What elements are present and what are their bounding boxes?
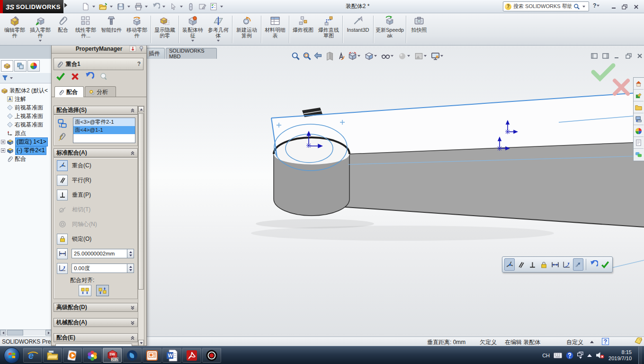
quick-coincident-button[interactable] <box>504 258 515 271</box>
quick-lock-button[interactable] <box>538 258 549 271</box>
pushpin-preview-icon[interactable] <box>99 72 107 81</box>
start-button[interactable] <box>4 347 20 364</box>
mate-selections-list[interactable]: 面<3>@零件2-1 面<4>@1-1 <box>73 118 135 143</box>
tab-solidworks-mbd[interactable]: SOLIDWORKS MBD <box>166 48 217 59</box>
standard-mates-header[interactable]: 标准配合(A) <box>54 148 138 157</box>
scroll-down-icon[interactable] <box>138 340 144 346</box>
anti-aligned-button[interactable] <box>96 285 109 296</box>
taskbar-screen-recorder[interactable] <box>202 348 221 363</box>
show-hidden-icons[interactable] <box>587 354 592 357</box>
menu-expand-arrow[interactable] <box>64 3 67 8</box>
window-switch-icon[interactable] <box>577 352 583 359</box>
tree-item-annotations[interactable]: 注解 <box>7 95 26 103</box>
ribbon-smart-fasteners[interactable]: 智能扣件 <box>98 15 124 34</box>
ribbon-assembly-features[interactable]: 装配体特征 <box>180 15 206 43</box>
distance-spinner[interactable] <box>127 249 134 258</box>
taskpane-appearances-icon[interactable] <box>634 125 644 137</box>
keyboard-icon[interactable] <box>554 353 562 358</box>
distance-input[interactable]: 25.00000002mm <box>72 249 127 258</box>
ribbon-mate[interactable]: 配合 <box>53 15 73 34</box>
tree-filter-bar[interactable] <box>0 73 52 83</box>
coincident-icon[interactable] <box>57 160 68 171</box>
volume-muted-icon[interactable] <box>596 352 605 359</box>
tree-item-part1[interactable]: (固定) 1<1> <box>1 137 48 146</box>
cancel-x-icon[interactable] <box>71 72 80 81</box>
ribbon-show-hidden[interactable]: 显示隐藏的零 <box>152 15 178 39</box>
angle-icon[interactable] <box>57 263 68 274</box>
ribbon-move-component[interactable]: 移动零部件 <box>124 15 150 39</box>
status-help-icon[interactable]: ? <box>602 338 609 345</box>
undo-icon[interactable] <box>151 1 161 12</box>
scroll-thumb[interactable] <box>138 113 144 290</box>
tag-icon[interactable] <box>635 337 643 345</box>
angle-spinner[interactable] <box>127 264 134 273</box>
tree-item-part2[interactable]: (-) 零件2<1 <box>1 146 46 155</box>
pane-split2-icon[interactable] <box>601 52 610 60</box>
quick-distance-button[interactable] <box>550 258 561 271</box>
taskbar-internet-explorer[interactable]: e <box>23 348 42 363</box>
ribbon-insert-component[interactable]: 插入零部件 <box>27 15 53 43</box>
minimize-button[interactable] <box>609 2 618 11</box>
taskbar-word[interactable]: W <box>162 348 181 363</box>
distance-row[interactable]: 25.00000002mm <box>57 248 134 259</box>
show-desktop-button[interactable] <box>638 346 642 364</box>
rebuild-note-icon[interactable] <box>197 1 207 12</box>
section-view-icon[interactable] <box>325 51 335 61</box>
doc-close-icon[interactable] <box>635 52 644 60</box>
status-custom-dropdown[interactable]: 自定义 <box>566 338 583 346</box>
ribbon-instant3d[interactable]: Instant3D <box>344 15 372 34</box>
tab-addins[interactable]: 插件 <box>144 48 165 59</box>
ribbon-edit-component[interactable]: 编辑零部件 <box>2 15 27 39</box>
taskbar-video-player[interactable] <box>123 348 142 363</box>
quick-flip-alignment-button[interactable] <box>573 258 583 271</box>
pm-tab-analysis[interactable]: 分析 <box>85 86 116 97</box>
tree-item-origin[interactable]: 原点 <box>7 129 26 137</box>
cancel-x-icon[interactable] <box>615 81 628 94</box>
confirm-check-icon[interactable] <box>593 65 613 79</box>
hide-show-items-icon[interactable] <box>381 51 396 61</box>
ribbon-explode-line-sketch[interactable]: 爆炸直线草图 <box>316 15 341 39</box>
taskbar-photo-app[interactable] <box>83 348 102 363</box>
perpendicular-icon[interactable] <box>57 190 68 200</box>
advanced-mates-header[interactable]: 高级配合(D) <box>54 303 138 312</box>
doc-restore-icon[interactable] <box>624 52 633 60</box>
taskpane-resources-icon[interactable] <box>634 90 644 101</box>
ribbon-take-snapshot[interactable]: 拍快照 <box>407 15 431 34</box>
selection-item-selected[interactable]: 面<4>@1-1 <box>73 126 135 134</box>
taskpane-custom-properties-icon[interactable] <box>634 137 644 149</box>
mate-perpendicular-row[interactable]: 垂直(P) <box>57 189 91 200</box>
lock-icon[interactable] <box>57 234 68 245</box>
new-document-icon[interactable] <box>80 1 91 12</box>
quick-undo-button[interactable] <box>589 258 599 271</box>
view-settings-icon[interactable] <box>430 51 446 61</box>
quick-parallel-button[interactable] <box>516 258 526 271</box>
auto-show-icon[interactable] <box>129 46 136 52</box>
tree-item-root[interactable]: 装配体2 (默认< <box>1 86 48 95</box>
tree-item-front-plane[interactable]: 前视基准面 <box>7 103 43 112</box>
tree-item-right-plane[interactable]: 右视基准面 <box>7 120 43 129</box>
taskpane-file-explorer-icon[interactable] <box>634 113 644 125</box>
aligned-button[interactable] <box>79 285 91 296</box>
quick-accept-button[interactable] <box>600 258 610 271</box>
taskpane-home-icon[interactable] <box>634 78 644 90</box>
tray-clock[interactable]: 8:15 2019/7/10 <box>608 349 635 362</box>
doc-minimize-icon[interactable] <box>613 52 621 60</box>
restore-button[interactable] <box>620 2 629 11</box>
expand-icon[interactable] <box>1 148 5 153</box>
pin-icon[interactable] <box>138 46 144 52</box>
ribbon-reference-geometry[interactable]: 参考几何体 <box>206 15 231 43</box>
scroll-thumb[interactable] <box>7 330 23 336</box>
previous-view-icon[interactable] <box>313 51 323 61</box>
tree-horizontal-scrollbar[interactable] <box>0 329 52 336</box>
help-menu[interactable]: ? <box>593 2 601 9</box>
appearances-tab-icon[interactable] <box>27 60 40 72</box>
mate-selections-header[interactable]: 配合选择(S) <box>54 106 138 115</box>
search-icon[interactable] <box>573 3 580 10</box>
tree-item-mates[interactable]: 配合 <box>7 155 26 163</box>
taskbar-solidworks[interactable]: SW2015 <box>103 348 122 363</box>
angle-input[interactable]: 0.00度 <box>72 264 127 273</box>
edit-appearance-icon[interactable] <box>397 51 412 61</box>
taskbar-media-player[interactable] <box>63 348 82 363</box>
save-icon[interactable] <box>116 1 126 12</box>
angle-row[interactable]: 0.00度 <box>57 263 134 274</box>
